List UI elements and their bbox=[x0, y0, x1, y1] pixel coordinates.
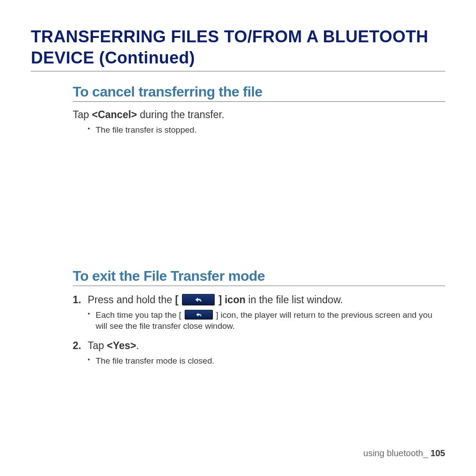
text: Tap bbox=[88, 340, 107, 351]
bracket: ] bbox=[216, 294, 224, 305]
text: Each time you tap the [ bbox=[96, 310, 184, 320]
cancel-instruction: Tap <Cancel> during the transfer. bbox=[73, 108, 445, 122]
step-text: Press and hold the [ ] icon in the file … bbox=[88, 293, 445, 307]
cancel-label: <Cancel> bbox=[92, 109, 137, 120]
text: Tap bbox=[73, 109, 92, 120]
section-cancel-title: To cancel transferring the file bbox=[73, 84, 445, 102]
yes-label: <Yes> bbox=[107, 340, 136, 351]
step-text: Tap <Yes>. bbox=[88, 339, 445, 353]
content-area: To cancel transferring the file Tap <Can… bbox=[73, 84, 445, 367]
footer-sep: _ bbox=[423, 448, 431, 458]
step-2: 2. Tap <Yes>. bbox=[73, 339, 445, 353]
step-2-note: The file transfer mode is closed. bbox=[88, 355, 445, 367]
footer-section: using bluetooth bbox=[363, 448, 423, 458]
page-title: TRANSFERRING FILES TO/FROM A BLUETOOTH D… bbox=[31, 26, 445, 71]
page-number: 105 bbox=[431, 448, 445, 458]
text: during the transfer. bbox=[137, 109, 224, 120]
step-1-note: Each time you tap the [ ] icon, the play… bbox=[88, 309, 445, 332]
manual-page: TRANSFERRING FILES TO/FROM A BLUETOOTH D… bbox=[0, 0, 476, 476]
icon-word: icon bbox=[225, 294, 245, 305]
step-1: 1. Press and hold the [ ] icon in the fi… bbox=[73, 293, 445, 307]
step-number: 1. bbox=[73, 293, 88, 307]
text: Press and hold the bbox=[88, 294, 175, 305]
step-number: 2. bbox=[73, 339, 88, 353]
bracket: [ bbox=[175, 294, 181, 305]
text: in the file list window. bbox=[245, 294, 343, 305]
page-footer: using bluetooth_ 105 bbox=[363, 448, 445, 458]
section-exit-title: To exit the File Transfer mode bbox=[73, 268, 445, 286]
cancel-result: The file transfer is stopped. bbox=[88, 124, 445, 136]
back-icon bbox=[185, 310, 213, 320]
back-icon bbox=[182, 294, 215, 305]
text: . bbox=[136, 340, 139, 351]
